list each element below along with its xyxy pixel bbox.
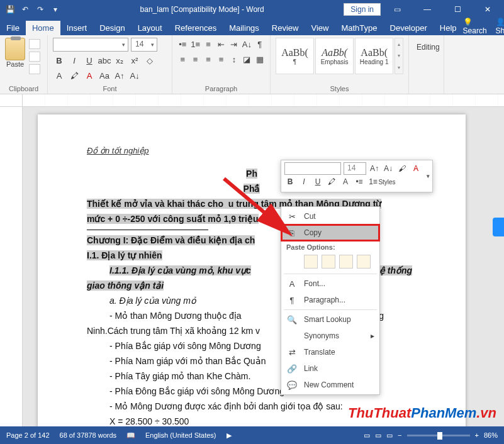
mini-underline-button[interactable]: U [312, 176, 323, 187]
tab-review[interactable]: Review [266, 21, 305, 35]
mini-shrink-font-icon[interactable]: A↓ [383, 163, 394, 174]
status-spellcheck-icon[interactable]: 📖 [126, 431, 135, 440]
side-docker-icon[interactable] [493, 218, 504, 236]
share-button[interactable]: 👤 Share [496, 18, 504, 35]
justify-button[interactable]: ≡ [216, 53, 226, 65]
editing-dropdown[interactable]: Editing [414, 38, 439, 57]
styles-gallery[interactable]: AaBb(¶ AaBb(Emphasis AaBb(Heading 1 ▴▾▾ [276, 38, 403, 74]
horizontal-ruler[interactable] [0, 94, 504, 107]
align-right-button[interactable]: ≡ [203, 53, 213, 65]
style-normal[interactable]: AaBb(¶ [276, 38, 314, 74]
mini-fontcolor2-icon[interactable]: A [340, 176, 351, 187]
tab-help[interactable]: Help [434, 21, 463, 35]
qat-customize-icon[interactable]: ▾ [50, 4, 60, 14]
align-center-button[interactable]: ≡ [190, 53, 200, 65]
clear-format-button[interactable]: ◇ [143, 54, 156, 67]
show-marks-button[interactable]: ¶ [255, 38, 265, 50]
text-effects-button[interactable]: A [53, 69, 65, 82]
style-heading1[interactable]: AaBb(Heading 1 [355, 38, 393, 74]
grow-font-button[interactable]: A↑ [113, 69, 126, 82]
status-words[interactable]: 68 of 37878 words [60, 431, 117, 439]
status-macro-icon[interactable]: ▶ [227, 431, 232, 440]
highlight-button[interactable]: 🖍 [68, 69, 81, 82]
paste-text-icon[interactable] [357, 255, 371, 269]
minimize-icon[interactable]: — [413, 0, 441, 19]
copy-button[interactable] [29, 52, 40, 62]
mini-highlight-icon[interactable]: 🖍 [326, 176, 337, 187]
context-cut[interactable]: ✂ Cut [281, 208, 379, 225]
sign-in-button[interactable]: Sign in [344, 3, 381, 16]
cut-button[interactable] [29, 39, 40, 49]
tab-design[interactable]: Design [93, 21, 131, 35]
status-page[interactable]: Page 2 of 142 [6, 431, 50, 439]
context-translate[interactable]: ⇄ Translate [281, 344, 379, 360]
context-paragraph[interactable]: ¶ Paragraph... [281, 292, 379, 308]
redo-icon[interactable]: ↷ [35, 4, 45, 14]
paste-keep-source-icon[interactable] [304, 255, 318, 269]
mini-format-painter-icon[interactable]: 🖌 [396, 163, 408, 174]
shading-button[interactable]: ◪ [242, 53, 252, 65]
subscript-button[interactable]: x₂ [113, 54, 126, 67]
mini-numbering-icon[interactable]: 1≡ [367, 176, 379, 187]
mini-styles-button[interactable]: Styles [381, 176, 393, 187]
mini-size-combo[interactable]: 14 [344, 162, 366, 175]
underline-button[interactable]: U [83, 54, 96, 67]
maximize-icon[interactable]: ☐ [444, 0, 471, 19]
mini-italic-button[interactable]: I [298, 176, 310, 187]
bold-button[interactable]: B [53, 54, 65, 67]
format-painter-button[interactable] [29, 64, 40, 74]
mini-bullets-icon[interactable]: •≡ [354, 176, 365, 187]
mini-bold-button[interactable]: B [284, 176, 296, 187]
vertical-ruler[interactable] [0, 107, 23, 426]
context-copy[interactable]: ⎘ Copy [281, 225, 379, 241]
document-area[interactable]: Đồ ởn tốt nghiệp Ph Phầ Thiết kế mở vỉa … [23, 107, 504, 426]
status-language[interactable]: English (United States) [145, 431, 216, 439]
zoom-level[interactable]: 86% [484, 431, 498, 439]
ribbon-options-icon[interactable]: ▭ [383, 0, 411, 19]
font-name-combo[interactable] [53, 38, 128, 52]
tab-layout[interactable]: Layout [132, 21, 169, 35]
mini-font-color-icon[interactable]: A [410, 163, 422, 174]
paste-merge-icon[interactable] [322, 255, 335, 269]
tab-mailings[interactable]: Mailings [223, 21, 266, 35]
context-font[interactable]: A Font... [281, 275, 379, 292]
font-size-combo[interactable]: 14 [131, 38, 157, 52]
tab-home[interactable]: Home [26, 21, 60, 35]
tab-developer[interactable]: Developer [384, 21, 434, 35]
undo-icon[interactable]: ↶ [20, 4, 30, 14]
mini-grow-font-icon[interactable]: A↑ [369, 163, 380, 174]
sort-button[interactable]: A↓ [242, 38, 252, 50]
tab-view[interactable]: View [305, 21, 335, 35]
decrease-indent-button[interactable]: ⇤ [216, 38, 226, 50]
search-button[interactable]: 💡 Search [463, 18, 487, 35]
zoom-in-button[interactable]: + [475, 431, 479, 439]
line-spacing-button[interactable]: ↕ [229, 53, 239, 65]
borders-button[interactable]: ▦ [255, 53, 265, 65]
tab-mathtype[interactable]: MathType [335, 21, 383, 35]
view-print-icon[interactable]: ▭ [375, 431, 381, 440]
increase-indent-button[interactable]: ⇥ [229, 38, 239, 50]
view-read-icon[interactable]: ▭ [364, 431, 370, 440]
context-synonyms[interactable]: Synonyms ▸ [281, 328, 379, 344]
context-new-comment[interactable]: 💬 New Comment [281, 377, 379, 393]
paste-picture-icon[interactable] [339, 255, 353, 269]
align-left-button[interactable]: ≡ [177, 53, 188, 65]
view-web-icon[interactable]: ▭ [386, 431, 393, 440]
multilevel-button[interactable]: ≡ [203, 38, 213, 50]
bullets-button[interactable]: •≡ [177, 38, 188, 50]
save-icon[interactable]: 💾 [5, 4, 15, 14]
zoom-slider[interactable] [407, 435, 470, 436]
strike-button[interactable]: abc [98, 54, 111, 67]
font-color-button[interactable]: A [83, 69, 96, 82]
context-link[interactable]: 🔗 Link [281, 360, 379, 377]
tab-references[interactable]: References [169, 21, 223, 35]
tab-file[interactable]: File [0, 21, 26, 35]
zoom-out-button[interactable]: − [398, 431, 401, 439]
superscript-button[interactable]: x² [128, 54, 141, 67]
paste-button[interactable]: Paste [5, 38, 25, 68]
context-smart-lookup[interactable]: 🔍 Smart Lookup [281, 311, 379, 328]
numbering-button[interactable]: 1≡ [190, 38, 200, 50]
close-icon[interactable]: ✕ [474, 0, 501, 19]
italic-button[interactable]: I [68, 54, 81, 67]
change-case-button[interactable]: Aa [98, 69, 111, 82]
